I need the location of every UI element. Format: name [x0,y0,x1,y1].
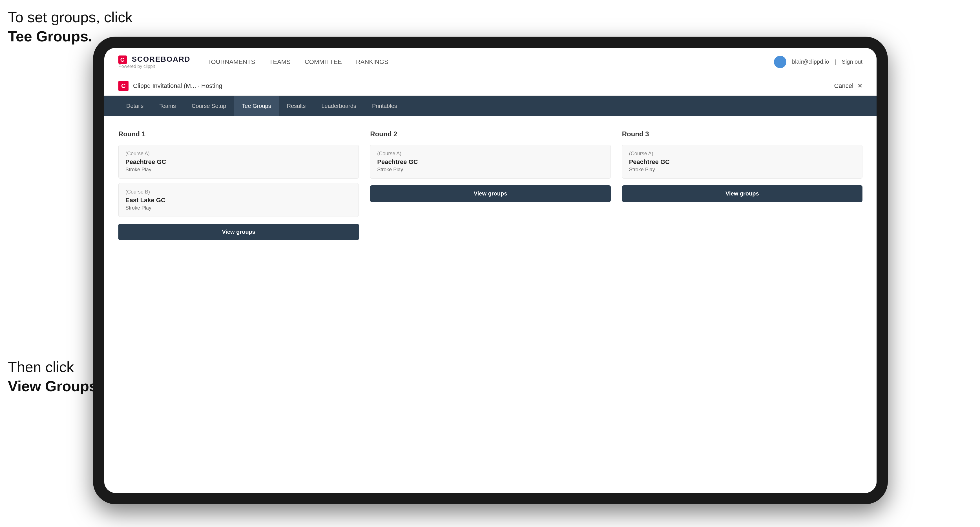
logo-area: C SCOREBOARD Powered by clippit [118,55,191,69]
cancel-button[interactable]: Cancel ✕ [834,82,862,90]
instruction-then-click: Then click [8,359,74,375]
separator: | [835,59,836,65]
user-avatar [774,56,786,68]
tournament-name: Clippd Invitational (M... · Hosting [133,82,223,90]
tab-leaderboards[interactable]: Leaderboards [313,96,364,116]
rounds-container: Round 1 (Course A) Peachtree GC Stroke P… [118,130,862,240]
sub-header-c-icon: C [118,81,129,91]
round-2-view-groups-button[interactable]: View groups [370,185,611,202]
cancel-x-icon: ✕ [858,82,862,89]
logo-text: C SCOREBOARD [118,55,191,64]
round-3-course-a-format: Stroke Play [629,167,856,173]
nav-committee[interactable]: COMMITTEE [305,58,342,66]
sub-header-left: C Clippd Invitational (M... · Hosting [118,81,223,91]
round-3-title: Round 3 [622,130,862,138]
round-2-course-a-label: (Course A) [377,151,603,157]
top-nav: C SCOREBOARD Powered by clippit TOURNAME… [104,48,877,76]
round-1-course-a-format: Stroke Play [126,167,352,173]
round-3-view-groups-button[interactable]: View groups [622,185,862,202]
nav-right: blair@clippd.io | Sign out [774,56,862,68]
round-1-course-a-card: (Course A) Peachtree GC Stroke Play [118,145,359,179]
round-1-column: Round 1 (Course A) Peachtree GC Stroke P… [118,130,359,240]
user-email: blair@clippd.io [792,59,829,65]
tab-tee-groups[interactable]: Tee Groups [234,96,279,116]
instruction-line1: To set groups, click [8,9,132,25]
round-2-course-a-format: Stroke Play [377,167,603,173]
tab-teams[interactable]: Teams [151,96,184,116]
round-1-course-b-name: East Lake GC [126,197,352,204]
round-1-title: Round 1 [118,130,359,138]
sub-header: C Clippd Invitational (M... · Hosting Ca… [104,76,877,96]
scoreboard-logo-label: SCOREBOARD [132,55,191,63]
round-2-title: Round 2 [370,130,611,138]
instruction-bottom: Then click View Groups. [8,358,101,396]
round-2-course-a-card: (Course A) Peachtree GC Stroke Play [370,145,611,179]
logo-sub-text: Powered by clippit [118,64,191,69]
round-1-course-a-label: (Course A) [126,151,352,157]
sign-out-link[interactable]: Sign out [842,59,862,65]
round-1-view-groups-button[interactable]: View groups [118,224,359,240]
round-2-column: Round 2 (Course A) Peachtree GC Stroke P… [370,130,611,240]
cancel-label: Cancel [834,82,853,89]
main-content: Round 1 (Course A) Peachtree GC Stroke P… [104,116,877,493]
nav-tournaments[interactable]: TOURNAMENTS [207,58,255,66]
round-1-course-b-card: (Course B) East Lake GC Stroke Play [118,183,359,217]
tab-printables[interactable]: Printables [364,96,405,116]
tablet-screen: C SCOREBOARD Powered by clippit TOURNAME… [104,48,877,493]
round-2-course-a-name: Peachtree GC [377,158,603,166]
nav-links: TOURNAMENTS TEAMS COMMITTEE RANKINGS [207,58,774,66]
nav-rankings[interactable]: RANKINGS [356,58,388,66]
instruction-bold-view-groups: View Groups [8,378,97,394]
tab-bar: Details Teams Course Setup Tee Groups Re… [104,96,877,116]
nav-teams[interactable]: TEAMS [269,58,291,66]
round-1-course-b-format: Stroke Play [126,205,352,211]
tab-course-setup[interactable]: Course Setup [184,96,234,116]
round-1-course-b-label: (Course B) [126,189,352,195]
logo-c-icon: C [118,56,127,64]
round-3-course-a-card: (Course A) Peachtree GC Stroke Play [622,145,862,179]
round-1-course-a-name: Peachtree GC [126,158,352,166]
round-3-course-a-name: Peachtree GC [629,158,856,166]
tablet-frame: C SCOREBOARD Powered by clippit TOURNAME… [93,37,888,504]
tab-details[interactable]: Details [118,96,151,116]
round-3-column: Round 3 (Course A) Peachtree GC Stroke P… [622,130,862,240]
instruction-bold-tee-groups: Tee Groups [8,28,88,44]
round-3-course-a-label: (Course A) [629,151,856,157]
tab-results[interactable]: Results [279,96,314,116]
